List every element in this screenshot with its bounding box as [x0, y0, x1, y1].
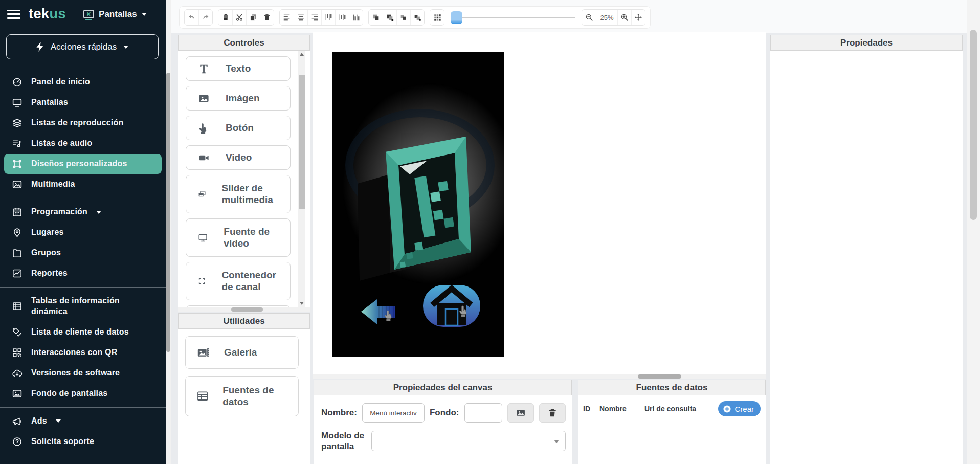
- bring-to-front-button[interactable]: [369, 10, 383, 25]
- sidebar-item-solicita-soporte[interactable]: Solicita soporte: [4, 432, 162, 452]
- chevron-down-icon: [123, 46, 128, 49]
- zoom-in-button[interactable]: [617, 10, 631, 25]
- controls-hscrollbar-thumb[interactable]: [231, 307, 263, 312]
- hamburger-icon[interactable]: [7, 10, 20, 19]
- bring-forward-button[interactable]: [396, 10, 410, 25]
- grid-size-slider[interactable]: [450, 9, 576, 26]
- create-data-source-button[interactable]: Crear: [718, 401, 761, 416]
- sidebar-item-disenos-personalizados[interactable]: Diseños personalizados: [4, 154, 162, 174]
- cut-button[interactable]: [232, 10, 246, 25]
- sidebar-item-interacciones-qr[interactable]: Interacciones con QR: [4, 343, 162, 363]
- pick-background-image-button[interactable]: [507, 403, 534, 423]
- audio-list-icon: [12, 138, 23, 149]
- control-card-contenedor-canal[interactable]: Contenedor de canal: [186, 262, 291, 300]
- controls-scrollbar[interactable]: [298, 51, 305, 307]
- sidebar-divider: [0, 198, 166, 198]
- scroll-down-arrow-icon[interactable]: [298, 300, 305, 307]
- grid-toggle-button[interactable]: [430, 10, 444, 25]
- sidebar-item-listas-de-audio[interactable]: Listas de audio: [4, 134, 162, 153]
- page-scrollbar-thumb[interactable]: [970, 30, 977, 220]
- app-logo[interactable]: tekus: [29, 6, 66, 22]
- sidebar-item-programacion[interactable]: Programación: [4, 202, 162, 222]
- canvas-hscrollbar[interactable]: [313, 374, 766, 379]
- align-center-button[interactable]: [294, 10, 307, 25]
- sidebar-item-lugares[interactable]: Lugares: [4, 223, 162, 242]
- quick-actions-button[interactable]: Acciones rápidas: [6, 34, 159, 59]
- sidebar-item-tablas-dinamicas[interactable]: Tablas de información dinámica: [4, 291, 162, 322]
- slider-thumb[interactable]: [451, 11, 462, 24]
- sidebar-scrollbar-thumb[interactable]: [166, 73, 170, 352]
- send-backward-button[interactable]: [410, 10, 424, 25]
- column-nombre: Nombre: [599, 405, 644, 413]
- distribute-top-button[interactable]: [321, 10, 335, 25]
- delete-icon: [263, 13, 271, 21]
- sidebar-item-ads[interactable]: Ads: [4, 411, 162, 431]
- control-card-slider-multimedia[interactable]: Slider de multimedia: [186, 175, 291, 213]
- page-scrollbar[interactable]: [967, 0, 980, 464]
- control-card-fuente-video[interactable]: Fuente de video: [186, 218, 291, 257]
- copy-button[interactable]: [246, 10, 260, 25]
- control-card-video[interactable]: Video: [186, 145, 291, 170]
- clear-background-button[interactable]: [539, 403, 566, 423]
- slider-track[interactable]: [451, 17, 575, 18]
- controls-scrollbar-thumb[interactable]: [299, 75, 305, 209]
- name-label: Nombre:: [321, 407, 357, 418]
- distribute-bottom-button[interactable]: [349, 10, 363, 25]
- utility-card-fuentes-datos[interactable]: Fuentes de datos: [185, 376, 299, 416]
- screen-model-row: Modelo de pantalla: [321, 430, 566, 452]
- distribute-top-icon: [324, 13, 332, 21]
- bring-to-front-icon: [372, 13, 380, 21]
- paste-button[interactable]: [218, 10, 232, 25]
- design-icon: [12, 159, 23, 169]
- control-card-texto[interactable]: Texto: [186, 56, 291, 81]
- sidebar-item-listas-de-reproduccion[interactable]: Listas de reproducción: [4, 113, 162, 133]
- canvas-properties-title: Propiedades del canvas: [393, 383, 493, 393]
- context-switcher[interactable]: K Pantallas: [83, 9, 147, 19]
- canvas-properties-panel: Propiedades del canvas Nombre: Fondo: Mo…: [314, 380, 572, 464]
- canvas-hscrollbar-thumb[interactable]: [638, 374, 681, 379]
- control-card-imagen[interactable]: Imágen: [186, 86, 291, 111]
- send-to-back-button[interactable]: [383, 10, 396, 25]
- delete-button[interactable]: [260, 10, 274, 25]
- redo-button[interactable]: [198, 10, 212, 25]
- sidebar-item-versiones-software[interactable]: Versiones de software: [4, 363, 162, 383]
- undo-button[interactable]: [185, 10, 198, 25]
- sidebar-item-lista-cliente-datos[interactable]: Lista de cliente de datos: [4, 322, 162, 342]
- zoom-out-button[interactable]: [582, 10, 596, 25]
- sidebar-item-pantallas[interactable]: Pantallas: [4, 93, 162, 113]
- screen-model-select[interactable]: [371, 431, 566, 451]
- distribute-middle-button[interactable]: [335, 10, 349, 25]
- utilities-panel-header: Utilidades: [178, 313, 310, 329]
- design-canvas[interactable]: [313, 32, 766, 374]
- image-icon: [12, 179, 23, 190]
- pin-icon: [12, 227, 23, 238]
- control-card-boton[interactable]: Botón: [186, 116, 291, 140]
- sidebar-scrollbar[interactable]: [166, 0, 171, 464]
- sidebar-item-grupos[interactable]: Grupos: [4, 243, 162, 263]
- screen-model-label: Modelo de pantalla: [321, 430, 366, 452]
- utility-card-galeria[interactable]: Galería: [185, 336, 299, 369]
- controls-hscrollbar[interactable]: [178, 307, 310, 312]
- history-group: [184, 9, 213, 26]
- canvas-name-input[interactable]: [362, 403, 425, 423]
- sidebar: tekus K Pantallas Acciones rápidas Panel…: [0, 0, 166, 464]
- chevron-down-icon: [96, 211, 101, 214]
- image-picker-icon: [516, 408, 526, 418]
- align-right-icon: [310, 13, 319, 21]
- align-left-button[interactable]: [280, 10, 294, 25]
- pan-button[interactable]: [631, 10, 645, 25]
- sidebar-item-reportes[interactable]: Reportes: [4, 263, 162, 283]
- align-right-button[interactable]: [307, 10, 321, 25]
- sidebar-item-fondo-pantallas[interactable]: Fondo de pantallas: [4, 384, 162, 404]
- canvas-background-input[interactable]: [464, 403, 502, 423]
- sidebar-item-multimedia[interactable]: Multimedia: [4, 174, 162, 194]
- home-icon[interactable]: [423, 285, 480, 327]
- zoom-in-icon: [620, 13, 629, 21]
- canvas-artwork-tekus-k-logo[interactable]: [332, 52, 504, 357]
- sidebar-item-panel-de-inicio[interactable]: Panel de inicio: [4, 72, 162, 92]
- k-screen-icon: K: [83, 10, 94, 18]
- scroll-up-arrow-icon[interactable]: [298, 51, 305, 58]
- align-group: [279, 9, 363, 26]
- chevron-down-icon: [142, 13, 147, 16]
- monitor-icon: [12, 97, 23, 108]
